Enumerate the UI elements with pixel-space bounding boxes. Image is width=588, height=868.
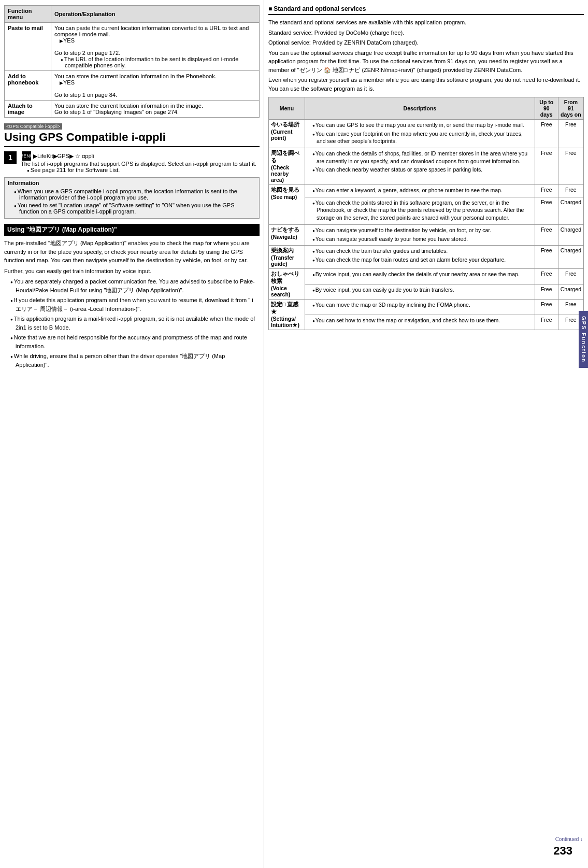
service-row-voice-1: おしゃべり検索(Voice search) By voice input, yo… bbox=[269, 269, 584, 284]
svc-bullet: You can leave your footprint on the map … bbox=[312, 130, 533, 145]
desc-cell: You can check the details of shops, faci… bbox=[305, 148, 535, 185]
goto-text: Go to step 1 of "Displaying Images" on p… bbox=[54, 109, 179, 115]
info-box: Information When you use a GPS compatibl… bbox=[4, 177, 260, 219]
table-row: Attach to image You can store the curren… bbox=[5, 101, 260, 118]
upto-cell: Free bbox=[535, 246, 558, 269]
svc-bullet: You can check the details of shops, faci… bbox=[312, 150, 533, 165]
map-bullet-5: While driving, ensure that a person othe… bbox=[10, 352, 260, 369]
menu-header: Menu bbox=[269, 97, 305, 120]
map-body-text: The pre-installed "地図アプリ (Map Applicatio… bbox=[4, 239, 260, 265]
service-row-nearby: 周辺を調べる(Check nearby area) You can check … bbox=[269, 148, 584, 185]
upto-cell: Free bbox=[535, 269, 558, 284]
function-cell: Paste to mail bbox=[5, 23, 51, 71]
table-row: Add to phonebook You can store the curre… bbox=[5, 71, 260, 101]
desc-cell: You can check the train transfer guides … bbox=[305, 246, 535, 269]
svc-bullet: You can move the map or 3D map by inclin… bbox=[312, 301, 533, 309]
menu-cell: ナビをする(Navigate) bbox=[269, 224, 305, 245]
menu-cell: 今いる場所(Current point) bbox=[269, 120, 305, 148]
menu-cell: 設定□ 直感★(Settings/ Intuition★) bbox=[269, 300, 305, 330]
yes-label: YES bbox=[60, 79, 256, 86]
info-bullet-2: You need to set "Location usage" of "Sof… bbox=[14, 202, 256, 215]
gps-compat-section: <GPS Compatible i-αppli> Using GPS Compa… bbox=[4, 123, 260, 219]
map-section-header: Using "地図アプリ (Map Application)" bbox=[4, 224, 260, 236]
continued-label: Continued ↓ bbox=[555, 836, 583, 842]
map-bullet-3: This application program is a mail-linke… bbox=[10, 315, 260, 332]
desc-cell: You can use GPS to see the map you are c… bbox=[305, 120, 535, 148]
map-bullet-1: You are separately charged a packet comm… bbox=[10, 277, 260, 294]
map-section-body: The pre-installed "地図アプリ (Map Applicatio… bbox=[4, 239, 260, 369]
step-description: The list of i-αppli programs that suppor… bbox=[21, 161, 260, 167]
explanation-cell: You can store the current location infor… bbox=[51, 101, 260, 118]
menu-cell: 地図を見る(See map) bbox=[269, 185, 305, 225]
svc-bullet: You can set how to show the map or navig… bbox=[312, 317, 533, 324]
map-bullet-2: If you delete this application program a… bbox=[10, 296, 260, 313]
upto-cell: Free bbox=[535, 185, 558, 197]
step-1-row: 1 MENU ▶LifeKit▶GPS▶ ☆ αppli The list of… bbox=[4, 151, 260, 173]
info-bullet-1: When you use a GPS compatible i-αppli pr… bbox=[14, 188, 256, 201]
intro-line-1: Standard service: Provided by DoCoMo (ch… bbox=[268, 29, 584, 37]
gps-compat-tag: <GPS Compatible i-αppli> bbox=[4, 123, 62, 130]
explanation-cell: You can store the current location infor… bbox=[51, 71, 260, 101]
from91-cell: Free bbox=[558, 120, 583, 148]
service-row-current-point: 今いる場所(Current point) You can use GPS to … bbox=[269, 120, 584, 148]
explanation-cell: You can paste the current location infor… bbox=[51, 23, 260, 71]
from91-cell: Free bbox=[558, 148, 583, 185]
desc-cell: You can enter a keyword, a genre, addres… bbox=[305, 185, 535, 197]
desc-cell: You can move the map or 3D map by inclin… bbox=[305, 300, 535, 315]
svc-bullet: You can check nearby weather status or s… bbox=[312, 166, 533, 174]
service-row-transfer: 乗換案内(Transfer guide) You can check the t… bbox=[269, 246, 584, 269]
from91-cell: Charged bbox=[558, 284, 583, 300]
upto-header: Up to90 days bbox=[535, 97, 558, 120]
intro-line-0: The standard and optional services are a… bbox=[268, 18, 584, 27]
svc-bullet: You can check the points stored in this … bbox=[312, 199, 533, 222]
from91-cell: Charged bbox=[558, 224, 583, 245]
info-box-title: Information bbox=[8, 180, 256, 186]
yes-label: YES bbox=[60, 37, 256, 44]
menu-cell: おしゃべり検索(Voice search) bbox=[269, 269, 305, 300]
bullet-item: The URL of the location information to b… bbox=[61, 56, 256, 68]
desc-cell: By voice input, you can easily checks th… bbox=[305, 269, 535, 284]
svc-bullet: You can use GPS to see the map you are c… bbox=[312, 121, 533, 129]
from91-cell: Charged bbox=[558, 197, 583, 224]
page-number: 233 bbox=[553, 844, 572, 858]
upto-cell: Free bbox=[535, 315, 558, 330]
menu-path: MENU ▶LifeKit▶GPS▶ ☆ αppli bbox=[21, 151, 260, 161]
upto-cell: Free bbox=[535, 120, 558, 148]
upto-cell: Free bbox=[535, 148, 558, 185]
sidebar-tab: GPS Function bbox=[579, 311, 588, 368]
service-row-settings-2: You can set how to show the map or navig… bbox=[269, 315, 584, 330]
desc-header: Descriptions bbox=[305, 97, 535, 120]
from91-cell: Free bbox=[558, 185, 583, 197]
right-column: Standard and optional services The stand… bbox=[264, 0, 588, 868]
services-table: Menu Descriptions Up to90 days From 91da… bbox=[268, 97, 584, 330]
upto-cell: Free bbox=[535, 197, 558, 224]
gps-section-title: Using GPS Compatible i-αppli bbox=[4, 131, 260, 147]
desc-cell: You can navigate yourself to the destina… bbox=[305, 224, 535, 245]
desc-cell: You can check the points stored in this … bbox=[305, 197, 535, 224]
step-bullet: See page 211 for the Software List. bbox=[27, 167, 260, 173]
service-row-voice-2: By voice input, you can easily guide you… bbox=[269, 284, 584, 300]
function-cell: Add to phonebook bbox=[5, 71, 51, 101]
map-body-text2: Further, you can easily get train inform… bbox=[4, 267, 260, 276]
service-row-navigate: ナビをする(Navigate) You can navigate yoursel… bbox=[269, 224, 584, 245]
menu-cell: 乗換案内(Transfer guide) bbox=[269, 246, 305, 269]
page-container: Function menu Operation/Explanation Past… bbox=[0, 0, 588, 868]
service-row-see-map-2: You can check the points stored in this … bbox=[269, 197, 584, 224]
step-content: MENU ▶LifeKit▶GPS▶ ☆ αppli The list of i… bbox=[21, 151, 260, 173]
svc-bullet: By voice input, you can easily guide you… bbox=[312, 286, 533, 294]
function-col-header: Function menu bbox=[5, 6, 51, 23]
menu-icon: MENU bbox=[22, 151, 31, 161]
svc-bullet: You can check the map for train routes a… bbox=[312, 256, 533, 264]
function-cell: Attach to image bbox=[5, 101, 51, 118]
upto-cell: Free bbox=[535, 224, 558, 245]
desc-cell: You can set how to show the map or navig… bbox=[305, 315, 535, 330]
service-row-settings-1: 設定□ 直感★(Settings/ Intuition★) You can mo… bbox=[269, 300, 584, 315]
explanation-col-header: Operation/Explanation bbox=[51, 6, 260, 23]
explanation-text: You can store the current location infor… bbox=[54, 73, 217, 79]
upto-cell: Free bbox=[535, 300, 558, 315]
goto-text: Go to step 1 on page 84. bbox=[54, 92, 117, 98]
service-row-see-map-1: 地図を見る(See map) You can enter a keyword, … bbox=[269, 185, 584, 197]
function-table: Function menu Operation/Explanation Past… bbox=[4, 5, 260, 118]
svc-bullet: By voice input, you can easily checks th… bbox=[312, 271, 533, 278]
explanation-text: You can store the current location infor… bbox=[54, 103, 203, 109]
